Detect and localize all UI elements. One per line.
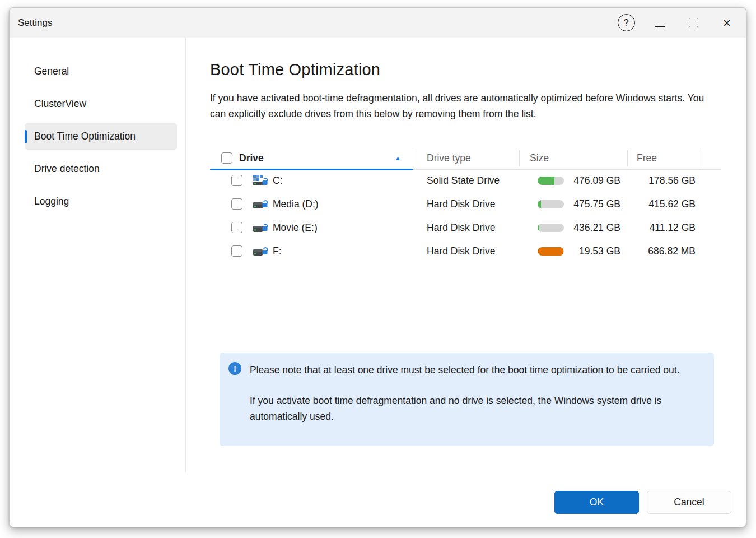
sidebar-item-general[interactable]: General: [25, 58, 177, 85]
drive-free: 415.62 GB: [617, 192, 696, 216]
hdd-drive-icon: [253, 244, 268, 260]
drive-free: 411.12 GB: [617, 216, 696, 239]
drive-label: F:: [273, 239, 282, 263]
sidebar-item-clusterview[interactable]: ClusterView: [25, 91, 177, 117]
drive-type: Hard Disk Drive: [427, 239, 496, 263]
sidebar-item-label: General: [34, 66, 69, 77]
drive-type: Solid State Drive: [427, 169, 500, 192]
sidebar-item-logging[interactable]: Logging: [25, 188, 177, 215]
info-box: ! Please note that at least one drive mu…: [220, 353, 714, 446]
sidebar-item-boot-time-optimization[interactable]: Boot Time Optimization: [25, 123, 177, 150]
drive-size: 476.09 GB: [542, 169, 620, 192]
page-title: Boot Time Optimization: [210, 61, 380, 79]
drive-label: Movie (E:): [273, 216, 318, 239]
minimize-icon: [655, 26, 665, 27]
column-separator: [627, 150, 628, 166]
titlebar: Settings ? ×: [10, 8, 746, 38]
sidebar-item-drive-detection[interactable]: Drive detection: [25, 156, 177, 182]
sidebar-nav: General ClusterView Boot Time Optimizati…: [25, 58, 177, 221]
drive-size: 475.75 GB: [542, 192, 620, 216]
info-paragraph: If you activate boot time defragmentatio…: [250, 393, 692, 424]
table-header: Drive ▲ Drive type Size Free: [210, 147, 721, 169]
cancel-button[interactable]: Cancel: [647, 491, 731, 514]
sidebar-item-label: Drive detection: [34, 163, 100, 175]
drive-label: C:: [273, 169, 283, 192]
sidebar-divider: [185, 38, 186, 472]
selected-accent-bar: [25, 130, 27, 143]
table-body: C: Solid State Drive 476.09 GB 178.56 GB: [210, 169, 721, 263]
drive-type: Hard Disk Drive: [427, 216, 496, 239]
sidebar-item-label: Logging: [34, 196, 69, 207]
column-header-drive[interactable]: Drive: [239, 147, 264, 169]
info-icon: !: [228, 362, 241, 375]
maximize-button[interactable]: [684, 14, 702, 32]
hdd-drive-icon: [253, 221, 268, 236]
column-header-free[interactable]: Free: [637, 147, 657, 169]
maximize-icon: [689, 18, 698, 27]
row-checkbox[interactable]: [231, 222, 242, 233]
table-row-drive-f[interactable]: F: Hard Disk Drive 19.53 GB 686.82 MB: [210, 239, 721, 263]
window-title: Settings: [18, 17, 52, 29]
row-checkbox[interactable]: [231, 198, 242, 210]
close-button[interactable]: ×: [718, 14, 736, 32]
page-description: If you have activated boot-time defragme…: [210, 90, 718, 122]
close-icon: ×: [723, 16, 731, 30]
drive-label: Media (D:): [273, 192, 319, 216]
table-row-drive-e[interactable]: Movie (E:) Hard Disk Drive 436.21 GB 411…: [210, 216, 721, 239]
minimize-button[interactable]: [651, 14, 669, 32]
drive-type: Hard Disk Drive: [427, 192, 496, 216]
hdd-drive-icon: [253, 197, 268, 213]
drive-size: 19.53 GB: [542, 239, 620, 263]
sidebar-item-label: ClusterView: [34, 98, 86, 110]
drive-free: 686.82 MB: [617, 239, 696, 263]
sidebar-item-label: Boot Time Optimization: [34, 131, 136, 142]
drive-size: 436.21 GB: [542, 216, 620, 239]
info-paragraph: Please note that at least one drive must…: [250, 362, 692, 378]
column-separator: [413, 150, 413, 166]
ssd-drive-icon: [253, 174, 268, 189]
column-header-drive-type[interactable]: Drive type: [427, 147, 471, 169]
ok-button[interactable]: OK: [554, 491, 639, 514]
help-icon: ?: [618, 14, 635, 31]
drive-free: 178.56 GB: [617, 169, 696, 192]
help-button[interactable]: ?: [617, 14, 635, 32]
table-row-drive-d[interactable]: Media (D:) Hard Disk Drive 475.75 GB 415…: [210, 192, 721, 216]
settings-window: Settings ? × General ClusterView: [9, 7, 746, 527]
row-checkbox[interactable]: [231, 245, 242, 257]
sort-ascending-icon: ▲: [395, 147, 401, 169]
column-separator: [519, 150, 520, 166]
column-separator: [703, 150, 703, 166]
column-header-size[interactable]: Size: [530, 147, 549, 169]
drive-table: Drive ▲ Drive type Size Free: [210, 147, 721, 263]
table-row-drive-c[interactable]: C: Solid State Drive 476.09 GB 178.56 GB: [210, 169, 721, 192]
row-checkbox[interactable]: [231, 175, 242, 186]
select-all-checkbox[interactable]: [221, 152, 232, 164]
caption-buttons: ? ×: [617, 8, 736, 38]
